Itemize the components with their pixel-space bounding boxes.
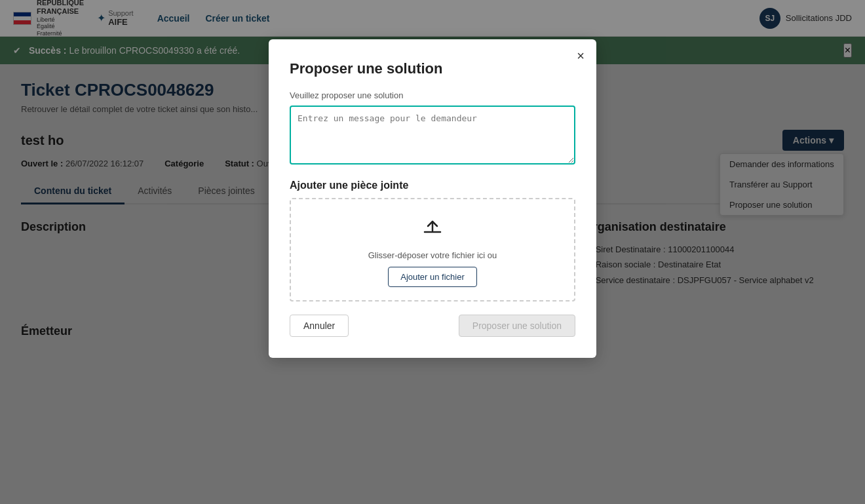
cancel-button[interactable]: Annuler bbox=[290, 315, 349, 337]
modal-close-button[interactable]: × bbox=[577, 48, 585, 64]
modal-title: Proposer une solution bbox=[290, 60, 575, 77]
add-file-button[interactable]: Ajouter un fichier bbox=[388, 267, 477, 287]
drop-text: Glisser-déposer votre fichier ici ou bbox=[368, 250, 497, 260]
upload-icon bbox=[419, 212, 446, 244]
modal-overlay: × Proposer une solution Veuillez propose… bbox=[0, 0, 865, 504]
propose-button[interactable]: Proposer une solution bbox=[459, 315, 575, 337]
modal: × Proposer une solution Veuillez propose… bbox=[269, 39, 596, 358]
solution-label: Veuillez proposer une solution bbox=[290, 90, 575, 100]
modal-footer: Annuler Proposer une solution bbox=[290, 315, 575, 337]
drop-zone[interactable]: Glisser-déposer votre fichier ici ou Ajo… bbox=[290, 198, 575, 301]
attachment-title: Ajouter une pièce jointe bbox=[290, 180, 575, 191]
solution-textarea[interactable] bbox=[290, 106, 575, 165]
